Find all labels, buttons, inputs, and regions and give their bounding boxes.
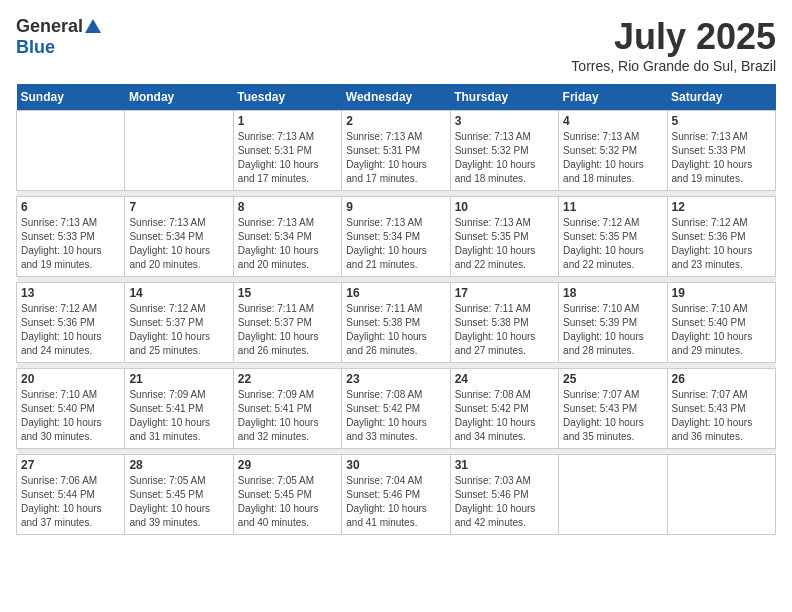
day-info: Sunrise: 7:09 AM Sunset: 5:41 PM Dayligh… [129, 388, 228, 444]
table-row: 4Sunrise: 7:13 AM Sunset: 5:32 PM Daylig… [559, 111, 667, 191]
day-info: Sunrise: 7:07 AM Sunset: 5:43 PM Dayligh… [672, 388, 771, 444]
table-row [17, 111, 125, 191]
table-row: 23Sunrise: 7:08 AM Sunset: 5:42 PM Dayli… [342, 369, 450, 449]
day-info: Sunrise: 7:13 AM Sunset: 5:31 PM Dayligh… [238, 130, 337, 186]
day-number: 27 [21, 458, 120, 472]
day-info: Sunrise: 7:06 AM Sunset: 5:44 PM Dayligh… [21, 474, 120, 530]
day-number: 10 [455, 200, 554, 214]
day-number: 13 [21, 286, 120, 300]
day-number: 29 [238, 458, 337, 472]
calendar-week-row: 20Sunrise: 7:10 AM Sunset: 5:40 PM Dayli… [17, 369, 776, 449]
day-info: Sunrise: 7:12 AM Sunset: 5:35 PM Dayligh… [563, 216, 662, 272]
day-number: 4 [563, 114, 662, 128]
table-row: 11Sunrise: 7:12 AM Sunset: 5:35 PM Dayli… [559, 197, 667, 277]
table-row: 12Sunrise: 7:12 AM Sunset: 5:36 PM Dayli… [667, 197, 775, 277]
table-row: 2Sunrise: 7:13 AM Sunset: 5:31 PM Daylig… [342, 111, 450, 191]
calendar-header-row: Sunday Monday Tuesday Wednesday Thursday… [17, 84, 776, 111]
logo-triangle-icon [84, 17, 102, 35]
day-info: Sunrise: 7:13 AM Sunset: 5:35 PM Dayligh… [455, 216, 554, 272]
logo-general-text: General [16, 16, 83, 37]
table-row: 13Sunrise: 7:12 AM Sunset: 5:36 PM Dayli… [17, 283, 125, 363]
table-row: 17Sunrise: 7:11 AM Sunset: 5:38 PM Dayli… [450, 283, 558, 363]
day-number: 15 [238, 286, 337, 300]
table-row: 14Sunrise: 7:12 AM Sunset: 5:37 PM Dayli… [125, 283, 233, 363]
day-info: Sunrise: 7:10 AM Sunset: 5:40 PM Dayligh… [21, 388, 120, 444]
table-row: 26Sunrise: 7:07 AM Sunset: 5:43 PM Dayli… [667, 369, 775, 449]
day-info: Sunrise: 7:13 AM Sunset: 5:34 PM Dayligh… [238, 216, 337, 272]
day-number: 19 [672, 286, 771, 300]
day-info: Sunrise: 7:11 AM Sunset: 5:37 PM Dayligh… [238, 302, 337, 358]
logo: General Blue [16, 16, 102, 58]
day-number: 20 [21, 372, 120, 386]
day-number: 26 [672, 372, 771, 386]
day-info: Sunrise: 7:12 AM Sunset: 5:37 PM Dayligh… [129, 302, 228, 358]
col-sunday: Sunday [17, 84, 125, 111]
table-row: 21Sunrise: 7:09 AM Sunset: 5:41 PM Dayli… [125, 369, 233, 449]
title-area: July 2025 Torres, Rio Grande do Sul, Bra… [571, 16, 776, 74]
day-info: Sunrise: 7:03 AM Sunset: 5:46 PM Dayligh… [455, 474, 554, 530]
day-info: Sunrise: 7:08 AM Sunset: 5:42 PM Dayligh… [455, 388, 554, 444]
day-info: Sunrise: 7:07 AM Sunset: 5:43 PM Dayligh… [563, 388, 662, 444]
day-number: 22 [238, 372, 337, 386]
table-row: 18Sunrise: 7:10 AM Sunset: 5:39 PM Dayli… [559, 283, 667, 363]
day-number: 31 [455, 458, 554, 472]
month-title: July 2025 [571, 16, 776, 58]
location-text: Torres, Rio Grande do Sul, Brazil [571, 58, 776, 74]
col-saturday: Saturday [667, 84, 775, 111]
table-row: 30Sunrise: 7:04 AM Sunset: 5:46 PM Dayli… [342, 455, 450, 535]
day-number: 23 [346, 372, 445, 386]
table-row [559, 455, 667, 535]
day-info: Sunrise: 7:13 AM Sunset: 5:33 PM Dayligh… [21, 216, 120, 272]
table-row [667, 455, 775, 535]
day-info: Sunrise: 7:11 AM Sunset: 5:38 PM Dayligh… [455, 302, 554, 358]
table-row: 1Sunrise: 7:13 AM Sunset: 5:31 PM Daylig… [233, 111, 341, 191]
day-info: Sunrise: 7:13 AM Sunset: 5:34 PM Dayligh… [346, 216, 445, 272]
table-row: 6Sunrise: 7:13 AM Sunset: 5:33 PM Daylig… [17, 197, 125, 277]
day-info: Sunrise: 7:11 AM Sunset: 5:38 PM Dayligh… [346, 302, 445, 358]
table-row: 25Sunrise: 7:07 AM Sunset: 5:43 PM Dayli… [559, 369, 667, 449]
table-row: 28Sunrise: 7:05 AM Sunset: 5:45 PM Dayli… [125, 455, 233, 535]
day-info: Sunrise: 7:13 AM Sunset: 5:32 PM Dayligh… [563, 130, 662, 186]
day-number: 28 [129, 458, 228, 472]
table-row: 16Sunrise: 7:11 AM Sunset: 5:38 PM Dayli… [342, 283, 450, 363]
table-row: 22Sunrise: 7:09 AM Sunset: 5:41 PM Dayli… [233, 369, 341, 449]
table-row: 31Sunrise: 7:03 AM Sunset: 5:46 PM Dayli… [450, 455, 558, 535]
day-number: 18 [563, 286, 662, 300]
day-info: Sunrise: 7:12 AM Sunset: 5:36 PM Dayligh… [672, 216, 771, 272]
table-row: 3Sunrise: 7:13 AM Sunset: 5:32 PM Daylig… [450, 111, 558, 191]
table-row: 20Sunrise: 7:10 AM Sunset: 5:40 PM Dayli… [17, 369, 125, 449]
day-number: 14 [129, 286, 228, 300]
table-row: 19Sunrise: 7:10 AM Sunset: 5:40 PM Dayli… [667, 283, 775, 363]
day-info: Sunrise: 7:10 AM Sunset: 5:40 PM Dayligh… [672, 302, 771, 358]
calendar-week-row: 1Sunrise: 7:13 AM Sunset: 5:31 PM Daylig… [17, 111, 776, 191]
page-header: General Blue July 2025 Torres, Rio Grand… [16, 16, 776, 74]
day-number: 30 [346, 458, 445, 472]
table-row: 9Sunrise: 7:13 AM Sunset: 5:34 PM Daylig… [342, 197, 450, 277]
day-info: Sunrise: 7:10 AM Sunset: 5:39 PM Dayligh… [563, 302, 662, 358]
col-friday: Friday [559, 84, 667, 111]
day-number: 5 [672, 114, 771, 128]
day-number: 9 [346, 200, 445, 214]
table-row: 15Sunrise: 7:11 AM Sunset: 5:37 PM Dayli… [233, 283, 341, 363]
day-number: 24 [455, 372, 554, 386]
calendar-week-row: 6Sunrise: 7:13 AM Sunset: 5:33 PM Daylig… [17, 197, 776, 277]
day-info: Sunrise: 7:13 AM Sunset: 5:34 PM Dayligh… [129, 216, 228, 272]
table-row: 10Sunrise: 7:13 AM Sunset: 5:35 PM Dayli… [450, 197, 558, 277]
table-row: 29Sunrise: 7:05 AM Sunset: 5:45 PM Dayli… [233, 455, 341, 535]
col-monday: Monday [125, 84, 233, 111]
table-row: 8Sunrise: 7:13 AM Sunset: 5:34 PM Daylig… [233, 197, 341, 277]
day-number: 12 [672, 200, 771, 214]
day-number: 16 [346, 286, 445, 300]
calendar-week-row: 27Sunrise: 7:06 AM Sunset: 5:44 PM Dayli… [17, 455, 776, 535]
day-number: 17 [455, 286, 554, 300]
col-thursday: Thursday [450, 84, 558, 111]
day-number: 7 [129, 200, 228, 214]
table-row: 7Sunrise: 7:13 AM Sunset: 5:34 PM Daylig… [125, 197, 233, 277]
day-info: Sunrise: 7:04 AM Sunset: 5:46 PM Dayligh… [346, 474, 445, 530]
day-number: 6 [21, 200, 120, 214]
col-wednesday: Wednesday [342, 84, 450, 111]
day-info: Sunrise: 7:13 AM Sunset: 5:31 PM Dayligh… [346, 130, 445, 186]
day-info: Sunrise: 7:13 AM Sunset: 5:33 PM Dayligh… [672, 130, 771, 186]
day-number: 11 [563, 200, 662, 214]
day-number: 8 [238, 200, 337, 214]
